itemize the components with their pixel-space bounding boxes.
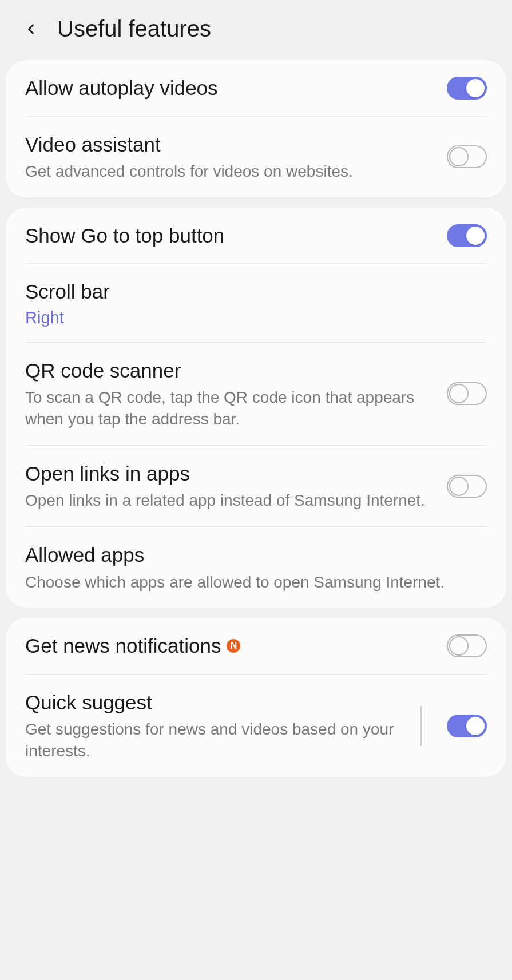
row-title: Get news notifications — [25, 633, 221, 659]
row-get-news-notifications[interactable]: Get news notifications N — [6, 618, 506, 674]
row-allowed-apps[interactable]: Allowed apps Choose which apps are allow… — [6, 527, 506, 608]
row-content: Get news notifications N — [25, 633, 435, 659]
row-title: Scroll bar — [25, 279, 487, 305]
toggle-qr-code-scanner[interactable] — [447, 382, 487, 405]
row-video-assistant[interactable]: Video assistant Get advanced controls fo… — [6, 117, 506, 197]
row-content: Scroll bar Right — [25, 279, 487, 327]
toggle-show-go-to-top[interactable] — [447, 224, 487, 247]
settings-group-1: Allow autoplay videos Video assistant Ge… — [6, 60, 506, 197]
row-subtitle: To scan a QR code, tap the QR code icon … — [25, 387, 435, 430]
vertical-separator — [420, 706, 422, 746]
row-title: Show Go to top button — [25, 223, 435, 249]
title-with-badge: Get news notifications N — [25, 633, 435, 659]
row-title: Allow autoplay videos — [25, 75, 435, 101]
row-content: Allow autoplay videos — [25, 75, 435, 101]
row-value: Right — [25, 308, 487, 327]
row-subtitle: Get advanced controls for videos on webs… — [25, 161, 435, 182]
toggle-video-assistant[interactable] — [447, 145, 487, 168]
new-badge-icon: N — [227, 639, 240, 653]
row-quick-suggest[interactable]: Quick suggest Get suggestions for news a… — [6, 675, 506, 777]
row-content: QR code scanner To scan a QR code, tap t… — [25, 358, 435, 430]
row-allow-autoplay-videos[interactable]: Allow autoplay videos — [6, 60, 506, 116]
back-icon[interactable] — [23, 21, 39, 37]
row-subtitle: Choose which apps are allowed to open Sa… — [25, 572, 487, 593]
toggle-quick-suggest[interactable] — [447, 715, 487, 737]
toggle-open-links-in-apps[interactable] — [447, 475, 487, 498]
row-content: Quick suggest Get suggestions for news a… — [25, 689, 420, 762]
row-title: QR code scanner — [25, 358, 435, 384]
row-subtitle: Get suggestions for news and videos base… — [25, 719, 420, 762]
row-content: Allowed apps Choose which apps are allow… — [25, 542, 487, 593]
settings-group-3: Get news notifications N Quick suggest G… — [6, 618, 506, 777]
row-content: Show Go to top button — [25, 223, 435, 249]
row-title: Video assistant — [25, 132, 435, 158]
settings-group-2: Show Go to top button Scroll bar Right Q… — [6, 208, 506, 608]
row-show-go-to-top[interactable]: Show Go to top button — [6, 208, 506, 264]
row-title: Quick suggest — [25, 689, 420, 716]
row-subtitle: Open links in a related app instead of S… — [25, 490, 435, 511]
header: Useful features — [0, 0, 512, 60]
page-title: Useful features — [57, 16, 211, 42]
row-title: Allowed apps — [25, 542, 487, 568]
row-content: Open links in apps Open links in a relat… — [25, 461, 435, 511]
row-scroll-bar[interactable]: Scroll bar Right — [6, 264, 506, 342]
toggle-get-news-notifications[interactable] — [447, 634, 487, 657]
row-content: Video assistant Get advanced controls fo… — [25, 132, 435, 182]
toggle-allow-autoplay-videos[interactable] — [447, 77, 487, 100]
row-open-links-in-apps[interactable]: Open links in apps Open links in a relat… — [6, 446, 506, 526]
row-qr-code-scanner[interactable]: QR code scanner To scan a QR code, tap t… — [6, 343, 506, 445]
row-title: Open links in apps — [25, 461, 435, 487]
